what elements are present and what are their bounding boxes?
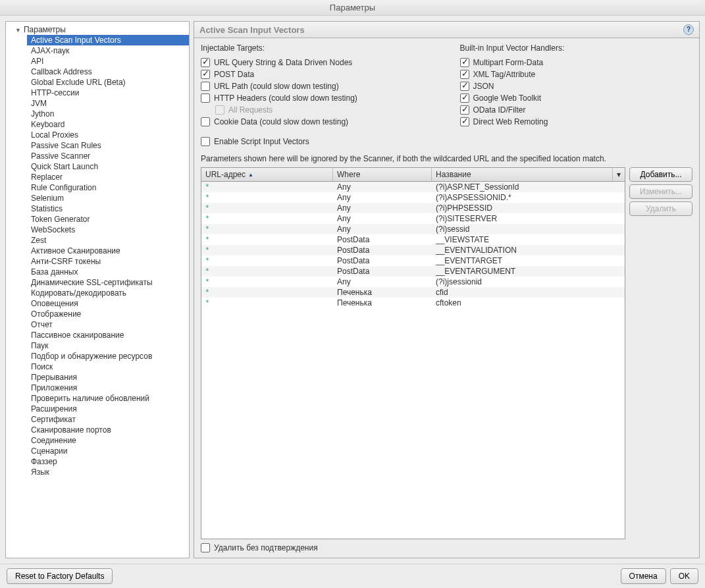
tree-item[interactable]: Соединение xyxy=(27,435,189,446)
table-row[interactable]: *Any(?i)PHPSESSID xyxy=(201,203,625,213)
tree-item[interactable]: Анти-CSRF токены xyxy=(27,256,189,267)
builtin-checkbox[interactable] xyxy=(460,82,469,91)
table-row[interactable]: *Any(?i)ASPSESSIONID.* xyxy=(201,192,625,203)
injectable-checkbox[interactable] xyxy=(201,117,210,126)
tree-item[interactable]: Кодировать/декодировать xyxy=(27,288,189,298)
ok-button[interactable]: OK xyxy=(670,568,698,584)
tree-item[interactable]: Отчет xyxy=(27,319,189,330)
table-cell: cftoken xyxy=(432,298,625,308)
enable-script-checkbox[interactable] xyxy=(201,137,210,146)
table-cell: (?i)sessid xyxy=(432,224,625,234)
table-cell: * xyxy=(201,182,333,192)
table-row[interactable]: *Any(?i)SITESERVER xyxy=(201,213,625,224)
tree-item[interactable]: Passive Scan Rules xyxy=(27,140,189,151)
ignore-note: Parameters shown here will be ignored by… xyxy=(201,154,692,163)
builtin-handlers-label: Built-in Input Vector Handlers: xyxy=(460,43,693,53)
tree-item[interactable]: Zest xyxy=(27,235,189,246)
builtin-checkbox[interactable] xyxy=(460,70,469,79)
delete-without-confirm-checkbox[interactable] xyxy=(201,543,210,552)
builtin-checkbox[interactable] xyxy=(460,105,469,115)
col-url[interactable]: URL-адрес ▲ xyxy=(201,168,333,181)
tree-item[interactable]: WebSockets xyxy=(27,225,189,235)
edit-button[interactable]: Изменить... xyxy=(629,184,692,199)
tree-item[interactable]: Quick Start Launch xyxy=(27,161,189,172)
tree-item[interactable]: Jython xyxy=(27,109,189,119)
cancel-button[interactable]: Отмена xyxy=(621,568,666,584)
table-row[interactable]: *PostData__VIEWSTATE xyxy=(201,234,625,245)
builtin-checkbox[interactable] xyxy=(460,117,469,126)
reset-defaults-button[interactable]: Reset to Factory Defaults xyxy=(7,568,113,584)
table-cell: Any xyxy=(333,192,432,203)
tree-item[interactable]: Прерывания xyxy=(27,372,189,383)
injectable-checkbox[interactable] xyxy=(201,82,210,91)
help-icon[interactable]: ? xyxy=(683,24,694,35)
tree-item[interactable]: Проверить наличие обновлений xyxy=(27,393,189,404)
tree-item[interactable]: AJAX-паук xyxy=(27,45,189,56)
table-cell: Any xyxy=(333,277,432,287)
tree-item[interactable]: API xyxy=(27,56,189,67)
tree-item[interactable]: База данных xyxy=(27,267,189,277)
tree-item[interactable]: Statistics xyxy=(27,203,189,214)
tree-item[interactable]: Сканирование портов xyxy=(27,425,189,435)
tree-item[interactable]: Passive Scanner xyxy=(27,151,189,161)
tree-item[interactable]: Selenium xyxy=(27,193,189,203)
tree-item[interactable]: Сценарии xyxy=(27,446,189,456)
table-cell: Any xyxy=(333,203,432,213)
builtin-label: Direct Web Remoting xyxy=(473,117,548,126)
injectable-checkbox[interactable] xyxy=(201,58,210,67)
injectable-checkbox[interactable] xyxy=(201,94,210,103)
tree-item[interactable]: Replacer xyxy=(27,172,189,182)
tree-item[interactable]: Callback Address xyxy=(27,67,189,77)
table-row[interactable]: *PostData__EVENTVALIDATION xyxy=(201,245,625,255)
table-row[interactable]: *Any(?i)jsessionid xyxy=(201,277,625,287)
table-cell: (?i)jsessionid xyxy=(432,277,625,287)
ignored-params-table[interactable]: URL-адрес ▲ Where Название ▾ *Any(?i)ASP… xyxy=(201,167,625,539)
tree-item[interactable]: Приложения xyxy=(27,383,189,393)
tree-item[interactable]: Активное Сканирование xyxy=(27,246,189,256)
tree-item[interactable]: Global Exclude URL (Beta) xyxy=(27,77,189,88)
col-name[interactable]: Название xyxy=(432,168,613,181)
delete-button[interactable]: Удалить xyxy=(629,201,692,216)
options-tree[interactable]: Параметры Active Scan Input VectorsAJAX-… xyxy=(5,21,190,558)
table-row[interactable]: *PostData__EVENTARGUMENT xyxy=(201,266,625,277)
tree-item[interactable]: Сертификат xyxy=(27,414,189,425)
table-row[interactable]: *Any(?i)ASP.NET_SessionId xyxy=(201,182,625,192)
table-cell: * xyxy=(201,245,333,255)
injectable-checkbox[interactable] xyxy=(201,70,210,79)
tree-item[interactable]: Язык xyxy=(27,467,189,477)
table-cell: * xyxy=(201,203,333,213)
table-row[interactable]: *PostData__EVENTTARGET xyxy=(201,255,625,266)
table-cell: __EVENTVALIDATION xyxy=(432,245,625,255)
panel-title: Active Scan Input Vectors xyxy=(199,25,305,35)
tree-item[interactable]: Local Proxies xyxy=(27,130,189,140)
builtin-checkbox[interactable] xyxy=(460,94,469,103)
tree-item[interactable]: Rule Configuration xyxy=(27,182,189,193)
table-cell: PostData xyxy=(333,234,432,245)
tree-item[interactable]: Фаззер xyxy=(27,456,189,467)
tree-item[interactable]: Динамические SSL-сертификаты xyxy=(27,277,189,288)
table-row[interactable]: *Печенькаcfid xyxy=(201,287,625,298)
table-row[interactable]: *Печенькаcftoken xyxy=(201,298,625,308)
add-button[interactable]: Добавить... xyxy=(629,167,692,182)
tree-item[interactable]: Поиск xyxy=(27,361,189,372)
tree-item[interactable]: Подбор и обнаружение ресурсов xyxy=(27,351,189,361)
tree-item[interactable]: Keyboard xyxy=(27,119,189,130)
tree-item[interactable]: Пассивное сканирование xyxy=(27,330,189,340)
table-cell: (?i)PHPSESSID xyxy=(432,203,625,213)
settings-panel: Active Scan Input Vectors ? Injectable T… xyxy=(194,21,700,558)
tree-root-label[interactable]: Параметры xyxy=(11,24,189,35)
tree-item[interactable]: HTTP-сессии xyxy=(27,88,189,98)
injectable-label: All Requests xyxy=(228,105,273,115)
tree-item[interactable]: Паук xyxy=(27,340,189,351)
table-cell: (?i)ASP.NET_SessionId xyxy=(432,182,625,192)
tree-item[interactable]: Отображение xyxy=(27,309,189,319)
column-config-icon[interactable]: ▾ xyxy=(613,168,625,181)
tree-item[interactable]: Оповещения xyxy=(27,298,189,309)
tree-item[interactable]: Token Generator xyxy=(27,214,189,225)
table-row[interactable]: *Any(?i)sessid xyxy=(201,224,625,234)
tree-item[interactable]: Active Scan Input Vectors xyxy=(27,35,189,45)
builtin-checkbox[interactable] xyxy=(460,58,469,67)
tree-item[interactable]: Расширения xyxy=(27,404,189,414)
col-where[interactable]: Where xyxy=(333,168,432,181)
tree-item[interactable]: JVM xyxy=(27,98,189,109)
